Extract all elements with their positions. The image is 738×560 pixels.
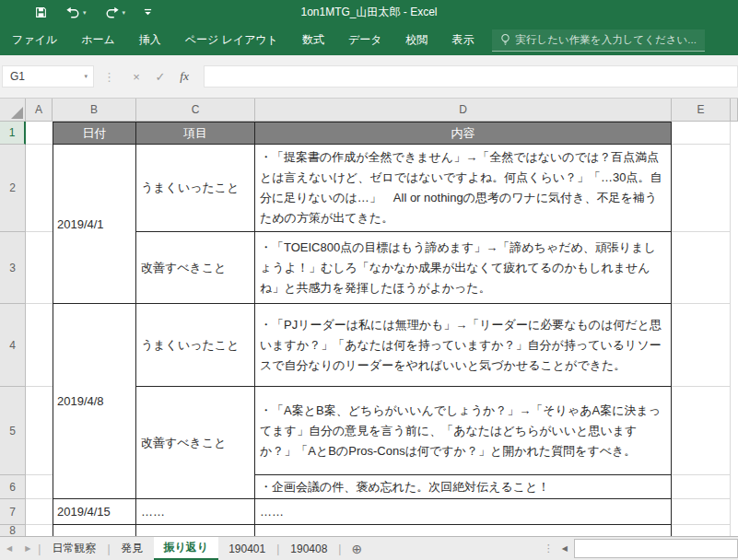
hscroll-left-icon[interactable]: ◀ [557, 537, 572, 560]
cell-D5-content[interactable]: ・「A案とB案、どちらがいいんでしょうか？」→「そりゃあA案に決まってます」自分… [255, 387, 672, 475]
column-header-f-sliver[interactable] [731, 99, 738, 122]
tab-page-layout[interactable]: ページ レイアウト [173, 25, 290, 55]
spreadsheet-grid: A B C D E 1 2 3 4 5 6 7 8 日付 項目 内容 2019/… [0, 99, 738, 536]
tab-bar-spacer [371, 537, 540, 560]
row-header-6[interactable]: 6 [0, 475, 26, 499]
undo-dropdown-icon[interactable]: ▾ [83, 9, 87, 17]
sheet-nav-left-icon[interactable]: ◀ [0, 537, 18, 560]
cell-E8[interactable] [672, 525, 731, 536]
cell-A3[interactable] [26, 232, 53, 304]
sheet-nav-right-icon[interactable]: ▶ [18, 537, 37, 560]
column-header-e[interactable]: E [672, 99, 731, 122]
insert-function-icon[interactable]: fx [172, 69, 196, 84]
cell-B4-date[interactable]: 2019/4/8 [53, 304, 136, 499]
cell-A7[interactable] [26, 499, 53, 525]
cell-E3[interactable] [672, 232, 731, 304]
cell-E2[interactable] [672, 145, 731, 232]
row-header-2[interactable]: 2 [0, 145, 26, 232]
cell-D3-content[interactable]: ・「TOEIC800点の目標はもう諦めます」→「諦めちゃだめ、頑張りましょうよ！… [255, 232, 672, 304]
cancel-icon[interactable]: × [124, 70, 148, 84]
row-header-4[interactable]: 4 [0, 304, 26, 387]
formula-bar: G1 ▾ ⋮ × ✓ fx [0, 55, 738, 99]
sheet-tab-bar: ◀ ▶ | 日常観察 | 発見 振り返り 190401 | 190408 | ⊕… [0, 536, 738, 560]
cell-C3-item[interactable]: 改善すべきこと [136, 232, 255, 304]
cell-A2[interactable] [26, 145, 53, 232]
tab-home[interactable]: ホーム [69, 25, 127, 55]
cell-D8[interactable] [255, 525, 672, 536]
cell-C4-item[interactable]: うまくいったこと [136, 304, 255, 387]
cell-D6-content[interactable]: ・企画会議の件、褒め忘れた。次回絶対伝えること！ [255, 475, 672, 499]
tab-view[interactable]: 表示 [440, 25, 486, 55]
redo-button[interactable]: ▾ [105, 6, 126, 18]
cell-D1-content-header[interactable]: 内容 [255, 122, 672, 145]
tab-data[interactable]: データ [336, 25, 394, 55]
row-header-7[interactable]: 7 [0, 499, 26, 525]
horizontal-scrollbar[interactable] [574, 539, 738, 558]
tell-me-box[interactable]: 実行したい作業を入力してください... [492, 29, 705, 52]
cell-E6[interactable] [672, 475, 731, 499]
name-box-dropdown-icon[interactable]: ▾ [84, 73, 93, 80]
cell-C2-item[interactable]: うまくいったこと [136, 145, 255, 232]
cell-C8[interactable] [136, 525, 255, 536]
formula-input[interactable] [204, 65, 738, 88]
column-header-c[interactable]: C [136, 99, 255, 122]
ribbon-tab-bar: ファイル ホーム 挿入 ページ レイアウト 数式 データ 校閲 表示 実行したい… [0, 25, 738, 55]
cell-A6[interactable] [26, 475, 53, 499]
title-bar: 1on1MTG_山田太郎 - Excel ▾ ▾ [0, 0, 738, 25]
cell-D7-content[interactable]: …… [255, 499, 672, 525]
lightbulb-icon [500, 33, 510, 46]
undo-button[interactable]: ▾ [65, 6, 87, 18]
cell-C7-item[interactable]: …… [136, 499, 255, 525]
row-header-1[interactable]: 1 [0, 122, 26, 145]
new-sheet-icon[interactable]: ⊕ [342, 537, 371, 560]
cell-D2-content[interactable]: ・「提案書の作成が全然できません」→「全然ではないのでは？百点満点とは言えないけ… [255, 145, 672, 232]
sheet-tab-discovery[interactable]: 発見 [111, 537, 154, 560]
enter-icon[interactable]: ✓ [148, 70, 172, 84]
cell-A8[interactable] [26, 525, 53, 536]
select-all-triangle-icon [11, 107, 23, 119]
cell-A4[interactable] [26, 304, 53, 387]
cell-D4-content[interactable]: ・「PJリーダーは私には無理かも」→「リーダーに必要なものは何だと思いますか？」… [255, 304, 672, 387]
cell-B7-date[interactable]: 2019/4/15 [53, 499, 136, 525]
tab-review[interactable]: 校閲 [394, 25, 440, 55]
save-icon[interactable] [35, 6, 47, 18]
redo-dropdown-icon[interactable]: ▾ [123, 9, 126, 17]
cell-D5-text: ・「A案とB案、どちらがいいんでしょうか？」→「そりゃあA案に決まってます」自分… [260, 401, 666, 461]
cell-E4[interactable] [672, 304, 731, 387]
cell-D2-text: ・「提案書の作成が全然できません」→「全然ではないのでは？百点満点とは言えないけ… [260, 147, 666, 228]
cell-B2-date[interactable]: 2019/4/1 [53, 145, 136, 304]
name-box-value: G1 [3, 70, 84, 83]
cell-E1[interactable] [672, 122, 731, 145]
sheet-tab-review-active[interactable]: 振り返り [154, 537, 219, 560]
cell-D6-text: ・企画会議の件、褒め忘れた。次回絶対伝えること！ [260, 477, 666, 497]
cell-B1-date-header[interactable]: 日付 [53, 122, 136, 145]
formula-bar-separator: ⋮ [94, 70, 124, 84]
row-header-3[interactable]: 3 [0, 232, 26, 304]
sheet-tab-190408[interactable]: 190408 [280, 537, 337, 560]
sheet-tab-daily-observation[interactable]: 日常観察 [41, 537, 106, 560]
cell-D4-text: ・「PJリーダーは私には無理かも」→「リーダーに必要なものは何だと思いますか？」… [260, 315, 666, 376]
cell-E5[interactable] [672, 387, 731, 475]
cell-C1-item-header[interactable]: 項目 [136, 122, 255, 145]
quick-access-toolbar: ▾ ▾ [0, 6, 165, 18]
cell-E7[interactable] [672, 499, 731, 525]
select-all-corner[interactable] [0, 99, 26, 122]
column-header-d[interactable]: D [255, 99, 672, 122]
cell-A1[interactable] [26, 122, 53, 145]
name-box[interactable]: G1 ▾ [2, 65, 94, 88]
cell-B8[interactable] [53, 525, 136, 536]
tab-scroll-splitter[interactable]: ⋮ [540, 537, 557, 560]
cell-C5-item[interactable]: 改善すべきこと [136, 387, 255, 499]
customize-qat-icon[interactable] [144, 8, 152, 17]
tab-insert[interactable]: 挿入 [127, 25, 173, 55]
column-header-b[interactable]: B [53, 99, 136, 122]
cell-A5[interactable] [26, 387, 53, 475]
sheet-tab-190401[interactable]: 190401 [218, 537, 275, 560]
row-header-8[interactable]: 8 [0, 525, 26, 536]
tab-formulas[interactable]: 数式 [290, 25, 336, 55]
cell-D7-text: …… [260, 502, 666, 522]
row-header-5[interactable]: 5 [0, 387, 26, 475]
column-header-a[interactable]: A [26, 99, 53, 122]
tab-file[interactable]: ファイル [0, 25, 69, 55]
tell-me-placeholder: 実行したい作業を入力してください... [516, 33, 697, 47]
